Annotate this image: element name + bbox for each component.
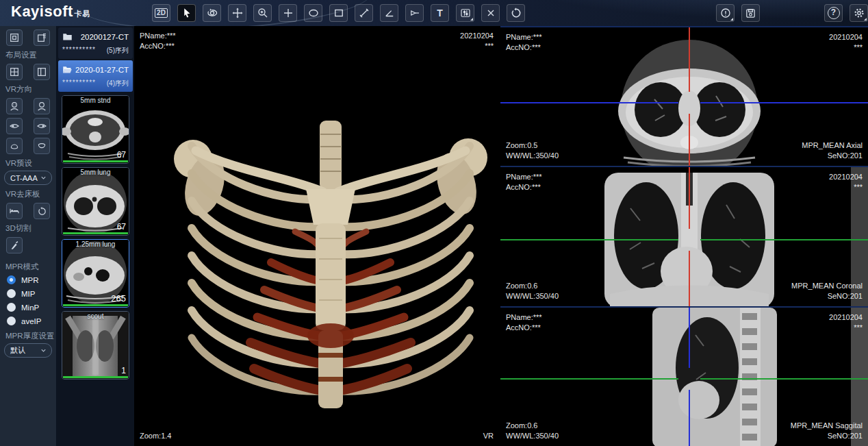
3d-cut-label: 3D切割	[5, 223, 56, 234]
window-level-icon	[459, 7, 472, 19]
head-bottom-icon	[36, 140, 47, 151]
thumbnail-label: 5mm lung	[62, 169, 129, 176]
pan-tool-button[interactable]	[228, 4, 246, 22]
radio-dot	[7, 303, 16, 312]
close-icon	[485, 8, 496, 18]
remove-bed-button[interactable]	[6, 203, 23, 219]
mode-2d-button[interactable]: 2D	[152, 4, 170, 22]
viewport-axial[interactable]: PName:*** AccNO:*** 20210204 *** Zoom:0.…	[500, 26, 868, 166]
crosshair-horizontal-blue[interactable]	[700, 102, 868, 103]
layout-single-button[interactable]	[6, 29, 23, 46]
thumbnail-label: scout	[62, 312, 129, 320]
vr-preset-select[interactable]: CT-AAA	[4, 171, 52, 185]
vr-bed-row	[0, 203, 56, 219]
crosshair-tool-button[interactable]	[279, 4, 297, 22]
radio-minp[interactable]: MinP	[0, 301, 56, 313]
vr-view-head-button[interactable]	[6, 138, 23, 154]
study-item-1[interactable]: 20200127-CT ********** (5)序列	[58, 27, 133, 59]
head-front-icon	[9, 101, 20, 112]
axial-ct-image	[500, 27, 868, 166]
study-title: 2020-01-27-CT	[75, 66, 129, 74]
crosshair-vertical-blue[interactable]	[689, 390, 690, 446]
thumbnail-5mm-stnd[interactable]: 5mm stnd 67	[62, 95, 129, 164]
thumbnail-image-count: 67	[117, 150, 126, 160]
crosshair-vertical-red[interactable]	[689, 114, 690, 166]
reset-view-button[interactable]	[507, 4, 525, 22]
layout-grid-icon	[9, 66, 20, 77]
vr-view-left-button[interactable]	[6, 118, 23, 134]
rotate-3d-icon	[206, 7, 218, 19]
crosshair-horizontal-blue[interactable]	[500, 102, 678, 103]
radio-mpr[interactable]: MPR	[0, 274, 56, 286]
study-patient-masked: **********	[62, 79, 96, 88]
viewport-coronal[interactable]: PName:*** AccNO:*** 20210204 *** Zoom:0.…	[500, 166, 868, 306]
radio-dot	[7, 317, 16, 325]
ellipse-icon	[307, 7, 320, 19]
layout-grid-button[interactable]	[6, 64, 23, 80]
vr-direction-row-2	[0, 118, 56, 134]
eye-left-icon	[9, 121, 20, 132]
measure-line-button[interactable]	[355, 4, 373, 22]
save-button[interactable]	[741, 4, 760, 22]
crosshair-icon	[282, 7, 294, 19]
vr-view-posterior-button[interactable]	[34, 98, 50, 114]
crosshair-vertical-red[interactable]	[689, 167, 690, 229]
thumbnail-image-count: 1	[121, 366, 126, 375]
thumbnail-progress-bar	[63, 232, 128, 234]
layout-single-icon	[9, 32, 20, 43]
reset-icon	[37, 206, 47, 216]
dicom-viewer-app: Kayisoft 卡易 2D	[0, 0, 868, 446]
cobb-angle-button[interactable]	[405, 4, 424, 22]
zoom-tool-button[interactable]	[253, 4, 272, 22]
thumbnail-5mm-lung[interactable]: 5mm lung 67	[62, 167, 129, 236]
mpr-thickness-select[interactable]: 默认	[4, 343, 52, 358]
settings-button[interactable]	[850, 4, 868, 22]
ellipse-roi-button[interactable]	[304, 4, 322, 22]
radio-label: MPR	[21, 276, 39, 284]
pointer-tool-button[interactable]	[177, 4, 196, 22]
crosshair-horizontal-green[interactable]	[700, 378, 868, 380]
radio-label: MinP	[21, 303, 39, 312]
angle-icon	[383, 7, 396, 19]
app-logo: Kayisoft 卡易	[11, 3, 90, 21]
radio-aveip[interactable]: aveIP	[0, 315, 56, 327]
rect-roi-button[interactable]	[329, 4, 348, 22]
viewport-vr[interactable]: PName:*** AccNO:*** 20210204 *** Zoom:1.…	[134, 26, 500, 446]
thumbnail-progress-bar	[63, 160, 128, 162]
thumbnail-label: 1.25mm lung	[62, 240, 129, 248]
layout-split-button[interactable]	[34, 64, 50, 80]
crosshair-horizontal-green[interactable]	[500, 239, 678, 240]
thumbnail-scout[interactable]: scout 1	[62, 311, 129, 380]
vr-view-foot-button[interactable]	[34, 138, 50, 154]
dropdown-corner	[470, 18, 473, 21]
toolbar-left-group: 2D	[152, 4, 525, 22]
vr-remove-bed-label: VR去床板	[5, 189, 56, 199]
info-button[interactable]	[716, 4, 735, 22]
vr-direction-label: VR方向	[5, 84, 56, 95]
help-button[interactable]: ?	[824, 4, 843, 22]
reset-icon	[510, 7, 522, 19]
radio-mip[interactable]: MIP	[0, 288, 56, 299]
rotate-3d-tool-button[interactable]	[203, 4, 221, 22]
vr-view-right-button[interactable]	[34, 118, 50, 134]
toolbar-mid-right-group	[716, 4, 760, 22]
thumbnail-125mm-lung[interactable]: 1.25mm lung 265	[62, 239, 129, 308]
text-annotation-button[interactable]: T	[431, 4, 449, 22]
bed-reset-button[interactable]	[34, 203, 50, 219]
viewport-sagittal[interactable]: PName:*** AccNO:*** 20210204 *** Zoom:0.…	[500, 306, 868, 446]
dropdown-corner	[864, 18, 867, 21]
angle-tool-button[interactable]	[380, 4, 398, 22]
vr-view-anterior-button[interactable]	[6, 98, 23, 114]
delete-annotation-button[interactable]	[481, 4, 500, 22]
scalpel-button[interactable]	[6, 237, 23, 253]
crosshair-horizontal-green[interactable]	[500, 378, 678, 380]
window-level-button[interactable]	[456, 4, 474, 22]
crosshair-horizontal-green[interactable]	[700, 239, 868, 240]
layout-panel-button[interactable]	[34, 29, 50, 46]
crosshair-vertical-blue[interactable]	[689, 308, 690, 368]
crosshair-vertical-red[interactable]	[689, 27, 690, 92]
crosshair-vertical-red[interactable]	[689, 251, 690, 306]
layout-settings-label: 布局设置	[5, 50, 56, 60]
study-item-2-selected[interactable]: 2020-01-27-CT ********** (4)序列	[58, 60, 133, 92]
header-bar: Kayisoft 卡易 2D	[0, 0, 868, 27]
